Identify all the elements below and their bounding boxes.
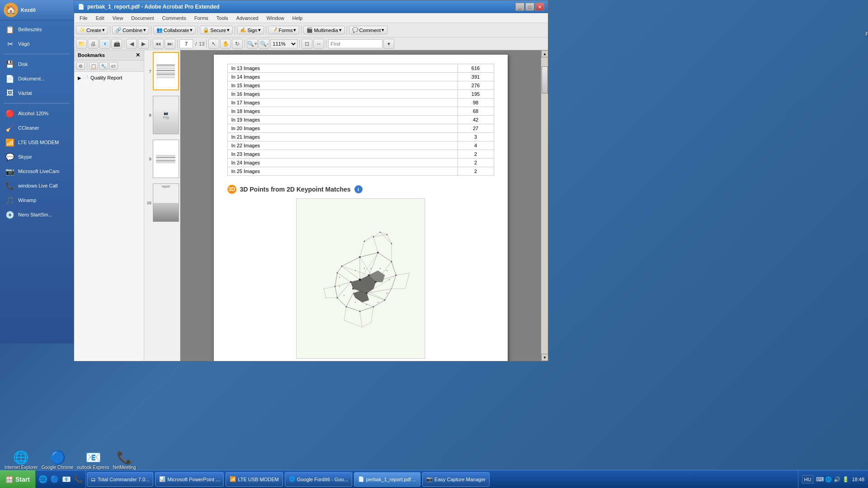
print-btn[interactable]: 🖨 <box>88 39 99 49</box>
hand-btn[interactable]: ✋ <box>220 39 231 49</box>
zoom-out-btn[interactable]: 🔍- <box>259 39 269 49</box>
info-icon[interactable]: i <box>354 185 363 193</box>
menu-advanced[interactable]: Advanced <box>233 14 262 22</box>
maximize-button[interactable]: □ <box>525 3 534 11</box>
first-page-btn[interactable]: ⏮ <box>153 39 164 49</box>
forms-button[interactable]: 📝 Forms ▾ <box>268 26 299 34</box>
prev-page-btn[interactable]: ◀ <box>126 39 137 49</box>
tray-network-icon[interactable]: 🌐 <box>825 476 832 483</box>
row-value: 2 <box>458 150 494 159</box>
thumb-img-10[interactable]: report <box>153 183 179 222</box>
ms-livecam-button[interactable]: 📷 Microsoft LiveCam <box>2 164 72 178</box>
quick-ie-btn[interactable]: 🌐 <box>38 474 48 485</box>
bookmark-tag-btn[interactable]: 🏷 <box>109 62 118 70</box>
page-input[interactable] <box>179 39 193 48</box>
menu-window[interactable]: Window <box>263 14 288 22</box>
rotate-btn[interactable]: ↻ <box>232 39 243 49</box>
thumb-img-7[interactable] <box>153 52 179 90</box>
language-indicator[interactable]: HU <box>802 475 814 483</box>
menu-comments[interactable]: Comments <box>159 14 190 22</box>
scroll-up-btn[interactable]: ▲ <box>541 50 548 57</box>
minimize-button[interactable]: _ <box>515 3 524 11</box>
svg-point-76 <box>387 234 388 235</box>
tray-keyboard-icon[interactable]: ⌨ <box>816 476 823 483</box>
scrollbar-track[interactable] <box>541 57 548 354</box>
windows-livecall-button[interactable]: 📞 windows Live Call <box>2 178 72 193</box>
taskbar-capture-manager[interactable]: 📷 Easy Capture Manager <box>422 472 490 487</box>
zoom-select[interactable]: 111% 100% 75% 50% 150% 200% <box>270 39 297 48</box>
taskbar-lte-modem[interactable]: 📶 LTE USB MODEM <box>226 472 283 487</box>
desktop-icon-geoeasy[interactable]: 🌍 GeoEasy <box>863 140 868 169</box>
table-row: In 16 Images195 <box>227 90 494 99</box>
fit-page-btn[interactable]: ⊡ <box>302 39 312 49</box>
desktop-icon-mapsource[interactable]: 🗺 MapSource <box>863 5 868 33</box>
thumbnail-9[interactable]: 9 <box>144 138 180 180</box>
search-btn[interactable]: ▾ <box>383 39 394 49</box>
docs-button[interactable]: 📄 Dokument... <box>2 71 72 86</box>
tray-battery-icon[interactable]: 🔋 <box>842 476 849 483</box>
thumb-img-9[interactable] <box>153 140 179 178</box>
window-titlebar: 📄 perbak_1_report.pdf - Adobe Acrobat Pr… <box>74 0 548 13</box>
menu-forms[interactable]: Forms <box>191 14 212 22</box>
bookmark-expand-btn[interactable]: 📋 <box>89 62 98 70</box>
start-button[interactable]: 🪟 Start <box>0 470 36 488</box>
collaborate-button[interactable]: 👥 Collaborate ▾ <box>153 26 196 34</box>
thumbnail-8[interactable]: 8 📷img <box>144 94 180 136</box>
taskbar-acrobat[interactable]: 📄 perbak_1_report.pdf ... <box>354 472 420 487</box>
outlook-launcher[interactable]: 📧 outlook Express <box>77 450 109 470</box>
taskbar-powerpoint[interactable]: 📊 Microsoft PowerPoint ... <box>155 472 224 487</box>
menu-tools[interactable]: Tools <box>213 14 232 22</box>
menu-document[interactable]: Document <box>127 14 157 22</box>
close-panel-btn[interactable]: ✕ <box>136 52 140 58</box>
menu-help[interactable]: Help <box>289 14 307 22</box>
cut-button[interactable]: ✂ Vágó <box>2 37 72 51</box>
create-icon: ✨ <box>79 27 85 33</box>
thumbnail-7[interactable]: 7 <box>144 50 180 92</box>
quick-mail-btn[interactable]: 📧 <box>61 474 72 485</box>
zoom-in-btn[interactable]: 🔍+ <box>247 39 258 49</box>
menu-edit[interactable]: Edit <box>92 14 108 22</box>
secure-button[interactable]: 🔒 Secure ▾ <box>200 26 233 34</box>
multimedia-button[interactable]: 🎬 Multimedia ▾ <box>303 26 344 34</box>
lte-button[interactable]: 📶 LTE USB MODEM <box>2 135 72 150</box>
disks-button[interactable]: 💾 Disk <box>2 57 72 71</box>
quick-chrome-btn[interactable]: 🔵 <box>49 474 60 485</box>
comment-button[interactable]: 💬 Comment ▾ <box>349 26 388 34</box>
bookmark-quality-report[interactable]: ▶ 📄 Quality Report <box>76 74 142 82</box>
thumb-img-8[interactable]: 📷img <box>153 96 179 134</box>
scrollbar-thumb[interactable] <box>542 66 548 94</box>
taskbar-total-commander[interactable]: 🗂 Total Commander 7.0... <box>87 472 153 487</box>
bookmark-tools-btn[interactable]: 🔧 <box>99 62 108 70</box>
menu-file[interactable]: File <box>76 14 91 22</box>
combine-button[interactable]: 🔗 Combine ▾ <box>112 26 149 34</box>
fax-btn[interactable]: 📠 <box>111 39 122 49</box>
alcohol-button[interactable]: 🔴 Alcohol 120% <box>2 106 72 121</box>
chrome-launcher[interactable]: 🔵 Google Chrome <box>42 450 74 470</box>
preview-button[interactable]: 🖼 Vázlat <box>2 86 72 100</box>
thumbnail-10[interactable]: 10 report <box>144 182 180 224</box>
create-button[interactable]: ✨ Create ▾ <box>76 26 108 34</box>
folder-btn[interactable]: 📁 <box>76 39 87 49</box>
paste-button[interactable]: 📋 Beillesztés <box>2 22 72 37</box>
ccleaner-button[interactable]: 🧹 CCleaner <box>2 121 72 135</box>
nero-button[interactable]: 💿 Nero StartSm... <box>2 207 72 222</box>
last-page-btn[interactable]: ⏭ <box>165 39 175 49</box>
search-input[interactable] <box>328 39 382 48</box>
netmeeting-launcher[interactable]: 📞 NetMeeting <box>113 450 136 470</box>
fit-width-btn[interactable]: ↔ <box>313 39 324 49</box>
scroll-down-btn[interactable]: ▼ <box>541 354 548 361</box>
pointer-btn[interactable]: ↖ <box>208 39 219 49</box>
new-bookmark-btn[interactable]: ⚙ <box>76 62 85 70</box>
quick-phone-btn[interactable]: 📞 <box>73 474 84 485</box>
close-button[interactable]: ✕ <box>535 3 544 11</box>
skype-button[interactable]: 💬 Skype <box>2 150 72 164</box>
menu-view[interactable]: View <box>109 14 127 22</box>
pdf-scrollbar[interactable]: ▲ ▼ <box>541 50 548 361</box>
winamp-button[interactable]: 🎵 Winamp <box>2 193 72 207</box>
next-page-btn[interactable]: ▶ <box>138 39 149 49</box>
tray-volume-icon[interactable]: 🔊 <box>833 476 840 483</box>
ie-launcher[interactable]: 🌐 Internet Explorer <box>5 450 38 470</box>
taskbar-google-translate[interactable]: 🌐 Google Fordít6 - Goo... <box>285 472 352 487</box>
email-btn[interactable]: 📧 <box>99 39 110 49</box>
sign-button[interactable]: ✍ Sign ▾ <box>237 26 264 34</box>
